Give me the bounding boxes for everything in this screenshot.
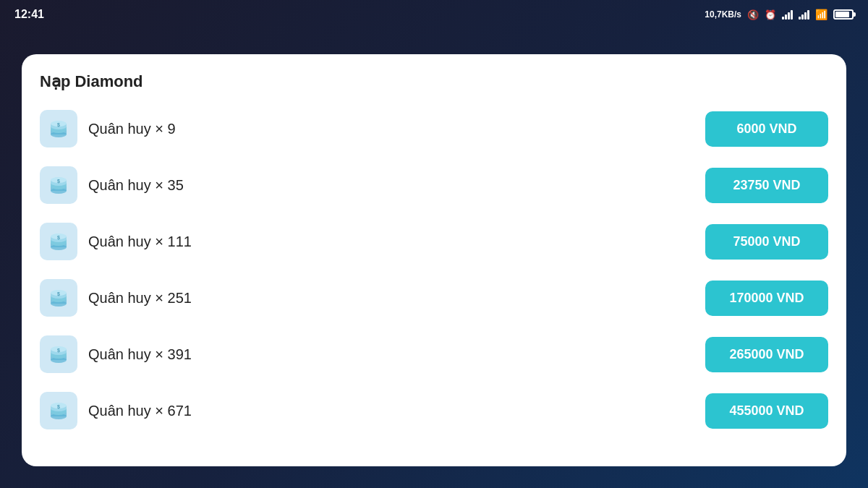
list-item: $ Quân huy × 391 265000 VND	[36, 330, 832, 379]
price-button-3[interactable]: 170000 VND	[705, 281, 828, 316]
main-card: Nạp Diamond $	[22, 54, 846, 466]
list-item: $ Quân huy × 9 6000 VND	[36, 104, 832, 153]
item-label-3: Quân huy × 251	[88, 290, 192, 307]
coin-svg: $	[47, 174, 70, 197]
card-title: Nạp Diamond	[36, 72, 832, 91]
svg-text:$: $	[57, 235, 60, 241]
list-item: $ Quân huy × 671 455000 VND	[36, 386, 832, 435]
signal-bar-2	[799, 9, 809, 20]
item-left-3: $ Quân huy × 251	[40, 279, 192, 317]
price-button-0[interactable]: 6000 VND	[705, 111, 828, 147]
item-left-5: $ Quân huy × 671	[40, 392, 192, 429]
item-list: $ Quân huy × 9 6000 VND	[36, 104, 832, 435]
mute-icon: 🔇	[747, 9, 759, 20]
status-right: 10,7KB/s 🔇 ⏰ 📶	[705, 9, 854, 20]
coin-svg: $	[47, 117, 70, 140]
coin-icon-5: $	[40, 392, 77, 429]
status-time: 12:41	[14, 8, 44, 21]
item-left-4: $ Quân huy × 391	[40, 335, 192, 373]
price-button-1[interactable]: 23750 VND	[705, 168, 828, 203]
item-label-1: Quân huy × 35	[88, 177, 184, 194]
price-button-4[interactable]: 265000 VND	[705, 337, 828, 372]
svg-text:$: $	[57, 179, 60, 184]
price-button-5[interactable]: 455000 VND	[705, 393, 828, 429]
coin-svg: $	[47, 399, 70, 422]
coin-svg: $	[47, 343, 70, 366]
network-speed: 10,7KB/s	[705, 9, 741, 20]
item-left-2: $ Quân huy × 111	[40, 223, 192, 260]
item-label-4: Quân huy × 391	[88, 346, 192, 363]
coin-icon-0: $	[40, 110, 77, 147]
svg-text:$: $	[57, 122, 60, 128]
wifi-icon: 📶	[815, 9, 827, 20]
svg-text:$: $	[57, 348, 60, 354]
coin-svg: $	[47, 230, 70, 253]
svg-text:$: $	[57, 291, 60, 297]
list-item: $ Quân huy × 111 75000 VND	[36, 217, 832, 266]
coin-icon-1: $	[40, 166, 77, 204]
list-item: $ Quân huy × 251 170000 VND	[36, 273, 832, 322]
coin-icon-4: $	[40, 335, 77, 373]
alarm-icon: ⏰	[765, 9, 776, 20]
signal-bar-1	[782, 9, 793, 20]
svg-text:$: $	[57, 404, 60, 410]
battery-icon	[833, 9, 854, 20]
item-label-0: Quân huy × 9	[88, 121, 176, 137]
item-label-5: Quân huy × 671	[88, 403, 192, 419]
coin-svg: $	[47, 286, 70, 309]
list-item: $ Quân huy × 35 23750 VND	[36, 160, 832, 210]
price-button-2[interactable]: 75000 VND	[705, 224, 828, 260]
item-left-0: $ Quân huy × 9	[40, 110, 176, 147]
coin-icon-2: $	[40, 223, 77, 260]
item-label-2: Quân huy × 111	[88, 234, 192, 250]
status-bar: 12:41 10,7KB/s 🔇 ⏰ 📶	[0, 0, 868, 29]
coin-icon-3: $	[40, 279, 77, 317]
item-left-1: $ Quân huy × 35	[40, 166, 184, 204]
